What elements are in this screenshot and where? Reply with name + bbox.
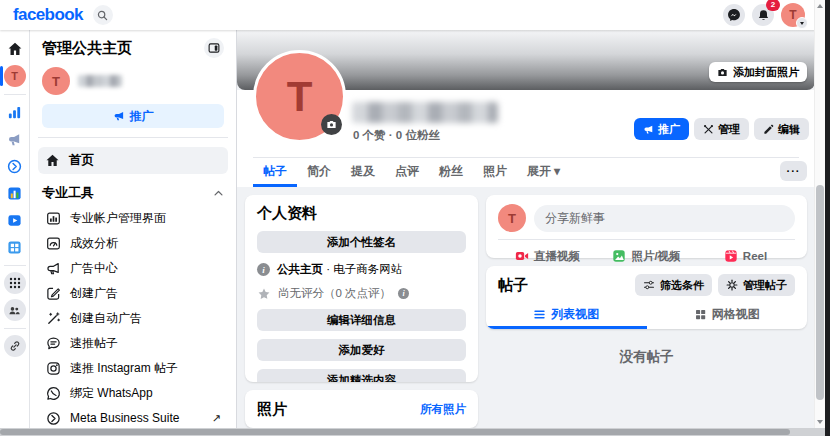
whatsapp-icon (45, 386, 61, 402)
photo-video-button[interactable]: 照片/视频 (597, 245, 696, 267)
left-column: 个人资料 添加个性签名 i 公共主页 · 电子商务网站 尚无评分（0 次点评） … (245, 195, 478, 428)
rail-page-avatar-selected[interactable]: T (4, 65, 26, 87)
promote-button[interactable]: 推广 (634, 118, 689, 140)
megaphone-outline-icon (45, 261, 61, 277)
gear-icon (726, 279, 738, 291)
grid-view-tab[interactable]: 网格视图 (647, 302, 808, 329)
camera-icon (717, 67, 728, 78)
manage-posts-button[interactable]: 管理帖子 (718, 274, 795, 296)
tab-more-expand[interactable]: 展开 ▾ (517, 158, 570, 187)
home-icon (7, 41, 23, 57)
rail-ads-button[interactable] (4, 128, 26, 150)
add-bio-button[interactable]: 添加个性签名 (257, 231, 466, 253)
edit-details-button[interactable]: 编辑详细信息 (257, 309, 466, 331)
rail-business-tools-button[interactable] (4, 236, 26, 258)
filter-sliders-icon (643, 279, 655, 291)
scroll-up-arrow[interactable] (817, 4, 823, 8)
composer-avatar[interactable]: T (498, 204, 526, 232)
info-icon[interactable]: i (398, 288, 409, 299)
live-video-button[interactable]: 直播视频 (498, 245, 597, 267)
live-video-icon (515, 249, 529, 263)
collapse-sidebar-button[interactable] (204, 38, 224, 58)
tab-mentions[interactable]: 提及 (341, 158, 385, 187)
vertical-scrollbar-thumb[interactable] (816, 185, 824, 400)
see-all-photos-link[interactable]: 所有照片 (420, 402, 466, 417)
composer-input[interactable]: 分享新鲜事 (534, 205, 795, 232)
dashboard-chart-icon (45, 211, 61, 227)
sidebar-promote-button[interactable]: 推广 (42, 104, 224, 128)
top-navigation-bar: facebook 2 T (0, 0, 815, 30)
rail-video-button[interactable] (4, 209, 26, 231)
more-options-button[interactable]: ··· (780, 161, 807, 181)
composer-divider (498, 239, 795, 240)
sidebar-item-boost-post[interactable]: 速推帖子 (42, 331, 224, 356)
facebook-logo[interactable]: facebook (13, 5, 83, 25)
sidebar-title: 管理公共主页 (42, 39, 132, 58)
rail-link-button[interactable] (4, 335, 26, 357)
vertical-scrollbar[interactable] (814, 0, 825, 428)
rail-selected-indicator (0, 66, 3, 86)
star-icon (257, 287, 271, 301)
tab-about[interactable]: 简介 (297, 158, 341, 187)
notifications-button[interactable]: 2 (752, 4, 774, 26)
rail-divider (4, 328, 26, 329)
reel-button[interactable]: Reel (696, 245, 795, 267)
page-action-buttons: 推广 管理 编辑 (634, 118, 809, 140)
sidebar-item-professional-dashboard[interactable]: 专业帐户管理界面 (42, 206, 224, 231)
grid-view-icon (694, 308, 707, 321)
bar-chart-icon (7, 105, 22, 120)
rail-home-button[interactable] (4, 38, 26, 60)
sidebar-item-connect-whatsapp[interactable]: 绑定 WhatsApp (42, 381, 224, 406)
rail-ads-manager-button[interactable] (4, 182, 26, 204)
sidebar-item-insights[interactable]: 成效分析 (42, 231, 224, 256)
rail-groups-button[interactable] (4, 299, 26, 321)
account-avatar[interactable]: T (781, 3, 805, 27)
edit-button[interactable]: 编辑 (754, 118, 809, 140)
add-featured-button[interactable]: 添加精选内容 (257, 369, 466, 382)
sidebar-item-create-ad[interactable]: 创建广告 (42, 281, 224, 306)
people-icon (8, 304, 21, 317)
list-view-tab[interactable]: 列表视图 (486, 302, 647, 329)
rail-meta-business-button[interactable] (4, 155, 26, 177)
tab-photos[interactable]: 照片 (473, 158, 517, 187)
page-name-blurred (352, 102, 498, 123)
page-profile-picture[interactable]: T (253, 50, 346, 143)
no-posts-message: 没有帖子 (486, 348, 807, 366)
sidebar-item-create-automated-ads[interactable]: 创建自动广告 (42, 306, 224, 331)
sidebar-item-ad-center[interactable]: 广告中心 (42, 256, 224, 281)
rail-menu-button[interactable] (4, 272, 26, 294)
messenger-button[interactable] (723, 4, 745, 26)
intro-card-title: 个人资料 (257, 204, 466, 223)
rail-insights-button[interactable] (4, 101, 26, 123)
tab-reviews[interactable]: 点评 (385, 158, 429, 187)
link-icon (9, 340, 21, 352)
filter-button[interactable]: 筛选条件 (635, 274, 712, 296)
add-hobbies-button[interactable]: 添加爱好 (257, 339, 466, 361)
update-profile-picture-button[interactable] (321, 114, 342, 135)
colorful-chart-icon (7, 186, 22, 201)
add-cover-photo-button[interactable]: 添加封面照片 (709, 62, 807, 82)
bell-icon (757, 9, 770, 22)
sidebar-item-meta-business-suite[interactable]: Meta Business Suite ↗ (42, 406, 224, 430)
scroll-down-arrow[interactable] (817, 420, 823, 424)
tab-posts[interactable]: 帖子 (253, 158, 297, 187)
manage-button[interactable]: 管理 (694, 118, 749, 140)
page-content: 个人资料 添加个性签名 i 公共主页 · 电子商务网站 尚无评分（0 次点评） … (237, 187, 815, 436)
video-play-icon (7, 213, 22, 228)
sidebar-item-boost-instagram-post[interactable]: 速推 Instagram 帖子 (42, 356, 224, 381)
chevron-up-icon (213, 188, 224, 199)
horizontal-scrollbar-thumb[interactable] (0, 429, 790, 435)
sidebar-section-professional-tools[interactable]: 专业工具 (42, 184, 224, 202)
sidebar-item-home[interactable]: 首页 (38, 147, 228, 174)
sidebar-page-profile[interactable]: T (42, 67, 224, 95)
posts-card-title: 帖子 (498, 276, 528, 295)
post-composer-card: T 分享新鲜事 直播视频 照片/视频 (486, 195, 807, 258)
caret-down-icon: ▾ (554, 164, 560, 178)
horizontal-scrollbar[interactable] (0, 428, 825, 436)
facebook-page-admin-app: facebook 2 T (0, 0, 830, 436)
window-right-edge (825, 0, 830, 436)
sidebar-page-avatar: T (42, 67, 70, 95)
tab-followers[interactable]: 粉丝 (429, 158, 473, 187)
messenger-icon (727, 8, 741, 22)
search-button[interactable] (93, 5, 113, 25)
